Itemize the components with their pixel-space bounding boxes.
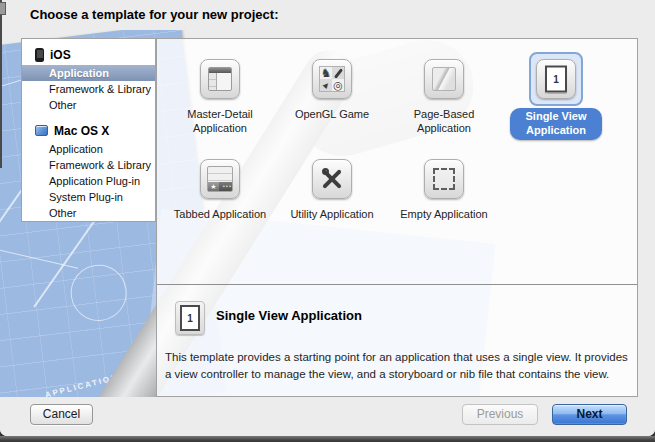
template-label-selected: Single View Application [510, 108, 602, 140]
dots-glyph: ••• [223, 183, 232, 189]
bat-glyph [333, 68, 342, 79]
sidebar-item-ios-application[interactable]: Application [22, 65, 155, 81]
template-label: Master-Detail Application [167, 108, 273, 136]
detail-description: This template provides a starting point … [165, 349, 631, 384]
sidebar-item-mac-other[interactable]: Other [22, 205, 155, 221]
sidebar-section-macosx: Mac OS X [22, 120, 155, 141]
sidebar-section-ios: iOS [22, 44, 155, 65]
single-view-icon-small: 1 [175, 301, 205, 335]
sidebar-item-mac-application[interactable]: Application [22, 141, 155, 157]
empty-icon [424, 159, 464, 199]
blueprint-sketch-line [0, 241, 78, 269]
template-detail-pane: 1 Single View Application This template … [157, 285, 637, 396]
template-page-based-application[interactable]: Page-Based Application [388, 52, 500, 140]
window-bottom-edge [0, 436, 655, 442]
template-tabbed-application[interactable]: ★ ••• Tabbed Application [164, 152, 276, 222]
opengl-game-icon: ♞ ▲ ◎ [312, 59, 352, 99]
template-label: Tabbed Application [174, 208, 266, 222]
template-label: Utility Application [290, 208, 373, 222]
sidebar-item-mac-framework-library[interactable]: Framework & Library [22, 157, 155, 173]
wrench-ring [322, 168, 329, 175]
content-area: APPLICATION Master-Detail Application [0, 30, 655, 397]
template-utility-application[interactable]: Utility Application [276, 152, 388, 222]
template-single-view-application[interactable]: 1 Single View Application [500, 52, 612, 140]
cancel-button[interactable]: Cancel [30, 404, 93, 425]
rocket-glyph: ▲ [320, 79, 332, 91]
iphone-icon [35, 48, 44, 62]
template-label: Empty Application [400, 208, 487, 222]
next-button[interactable]: Next [552, 404, 627, 425]
template-label: OpenGL Game [295, 108, 369, 122]
template-category-sidebar: iOS Application Framework & Library Othe… [21, 38, 156, 222]
template-grid-row-2: ★ ••• Tabbed Application [157, 140, 637, 222]
window-left-edge [0, 0, 2, 168]
template-grid-row-1: Master-Detail Application ♞ ▲ ◎ [157, 39, 637, 140]
detail-title: Single View Application [216, 308, 362, 323]
button-bar: Cancel Previous Next [0, 397, 655, 436]
sidebar-section-label: Mac OS X [54, 124, 109, 138]
blueprint-sketch-circle [68, 262, 130, 324]
template-opengl-game[interactable]: ♞ ▲ ◎ OpenGL Game [276, 52, 388, 140]
tabbed-icon: ★ ••• [200, 159, 240, 199]
page-based-icon [424, 59, 464, 99]
utility-icon [312, 159, 352, 199]
single-view-icon: 1 [536, 59, 576, 99]
screen: Choose a template for your new project: … [0, 0, 655, 442]
template-empty-application[interactable]: Empty Application [388, 152, 500, 222]
star-glyph: ★ [208, 182, 219, 191]
window-corner-notch [0, 2, 6, 15]
mac-icon [35, 125, 48, 136]
previous-button[interactable]: Previous [462, 404, 538, 425]
template-panel: Master-Detail Application ♞ ▲ ◎ [156, 38, 638, 397]
sidebar-item-ios-framework-library[interactable]: Framework & Library [22, 81, 155, 97]
knight-glyph: ♞ [321, 67, 332, 79]
dialog-title: Choose a template for your new project: [30, 7, 279, 22]
template-master-detail-application[interactable]: Master-Detail Application [164, 52, 276, 140]
new-project-sheet: Choose a template for your new project: … [0, 0, 655, 436]
sidebar-item-mac-application-plugin[interactable]: Application Plug-in [22, 173, 155, 189]
target-glyph: ◎ [333, 79, 343, 91]
sidebar-item-mac-system-plugin[interactable]: System Plug-in [22, 189, 155, 205]
sidebar-section-label: iOS [50, 48, 71, 62]
sidebar-item-ios-other[interactable]: Other [22, 97, 155, 113]
template-label: Page-Based Application [391, 108, 497, 136]
master-detail-icon [200, 59, 240, 99]
